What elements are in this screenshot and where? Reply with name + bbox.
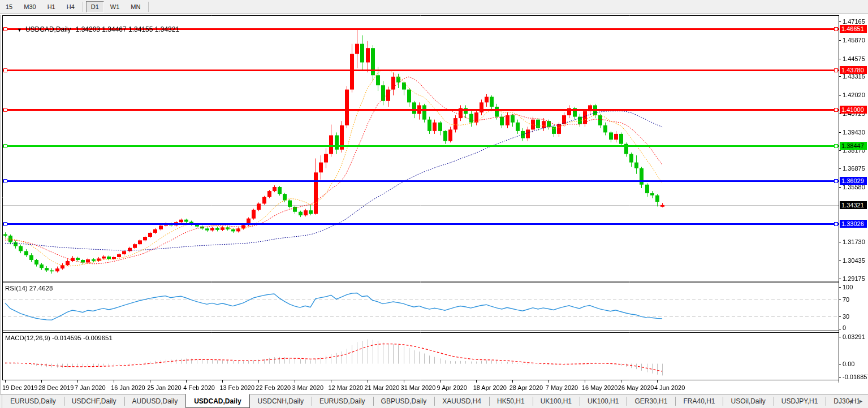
macd-label: MACD(12,26,9) -0.014595 -0.009651: [5, 335, 113, 341]
chart-tab-xauusd-h4[interactable]: XAUUSD,H4: [434, 394, 489, 408]
price-axis-tick: 1.30435: [843, 257, 865, 264]
date-axis-label: 7 Jan 2020: [75, 384, 105, 391]
date-axis-label: 28 Apr 2020: [509, 384, 543, 391]
chart-tab-usdcad-daily[interactable]: USDCAD,Daily: [185, 394, 249, 408]
date-axis-label: 7 May 2020: [546, 384, 578, 391]
date-axis-label: 16 Jan 2020: [111, 384, 145, 391]
price-tag-1.38447: 1.38447: [840, 142, 867, 150]
price-axis-tick: 1.44575: [843, 55, 865, 62]
timeframe-button-m30[interactable]: M30: [19, 1, 41, 12]
scroll-left-icon[interactable]: ◄: [848, 398, 853, 404]
price-axis-tick: 1.36875: [843, 165, 865, 172]
price-tag-1.41000: 1.41000: [840, 106, 867, 114]
price-axis-tick: 1.31730: [843, 238, 865, 245]
date-axis-label: 21 Mar 2020: [365, 384, 400, 391]
rsi-axis-tick: 30: [843, 313, 849, 320]
date-axis-label: 31 Mar 2020: [401, 384, 436, 391]
price-axis-tick: 1.35580: [843, 184, 865, 190]
date-axis-label: 19 Dec 2019: [2, 384, 37, 391]
rsi-axis-tick: 0: [843, 324, 846, 331]
macd-axis-tick: -0.016857: [843, 374, 868, 380]
timeframe-button-h4[interactable]: H4: [62, 1, 80, 12]
rsi-label: RSI(14) 27.4628: [5, 285, 53, 292]
price-tag-1.34321: 1.34321: [840, 201, 867, 209]
price-tag-1.33026: 1.33026: [840, 220, 867, 228]
date-axis-label: 4 Feb 2020: [183, 384, 215, 391]
chart-tab-eurusd-daily[interactable]: EURUSD,Daily: [312, 394, 373, 408]
rsi-axis-tick: 100: [843, 284, 853, 290]
chart-tab-usdchf-daily[interactable]: USDCHF,Daily: [64, 394, 124, 408]
price-axis-tick: 1.29175: [843, 275, 865, 282]
collapse-arrow-icon[interactable]: ▼: [17, 27, 22, 33]
timeframe-toolbar: 15M30H1H4D1W1MN: [0, 0, 868, 14]
mt4-app: 15M30H1H4D1W1MN ▼USDCAD,Daily1.34203 1.3…: [0, 0, 868, 408]
chart-canvas[interactable]: [0, 15, 868, 394]
tab-list: EURUSD,DailyUSDCHF,DailyAUDUSD,DailyUSDC…: [2, 394, 868, 408]
timeframe-button-mn[interactable]: MN: [126, 1, 145, 12]
date-axis-label: 13 Feb 2020: [219, 384, 254, 391]
chart-tab-fra40-h1[interactable]: FRA40,H1: [675, 394, 723, 408]
date-axis-label: 12 Mar 2020: [328, 384, 363, 391]
chart-tab-usdcnh-daily[interactable]: USDCNH,Daily: [250, 394, 312, 408]
timeframe-button-15[interactable]: 15: [1, 1, 18, 12]
date-axis-label: 25 Jan 2020: [147, 384, 182, 391]
price-axis-tick: 1.39430: [843, 129, 865, 136]
chart-tab-eurusd-daily[interactable]: EURUSD,Daily: [2, 394, 64, 408]
scroll-right-icon[interactable]: ►: [858, 398, 863, 404]
date-axis-label: 4 Jun 2020: [654, 384, 685, 391]
chart-symbol-label: USDCAD,Daily: [25, 25, 71, 33]
chart-tab-usoil-daily[interactable]: USOil,Daily: [723, 394, 773, 408]
date-axis-label: 26 May 2020: [618, 384, 654, 391]
price-tag-1.46651: 1.46651: [840, 25, 867, 33]
tab-scroll-arrows: ◄ ►: [848, 394, 866, 408]
chart-tab-gbpusd-daily[interactable]: GBPUSD,Daily: [373, 394, 435, 408]
timeframe-button-w1[interactable]: W1: [105, 1, 125, 12]
price-axis-tick: 1.42020: [843, 92, 865, 98]
date-axis-label: 3 Mar 2020: [292, 384, 323, 391]
chart-tab-hk50-h1[interactable]: HK50,H1: [489, 394, 533, 408]
chart-tab-audusd-daily[interactable]: AUDUSD,Daily: [124, 394, 186, 408]
chart-tab-uk100-h1[interactable]: UK100,H1: [533, 394, 580, 408]
chart-window: ▼USDCAD,Daily1.34203 1.34467 1.34155 1.3…: [0, 15, 868, 394]
price-axis-tick: 1.45870: [843, 37, 865, 44]
toolbar-separator: [148, 2, 149, 12]
chart-ohlc-values: 1.34203 1.34467 1.34155 1.34321: [76, 25, 180, 33]
macd-axis-tick: 0.00: [843, 361, 854, 367]
chart-tab-ger30-h1[interactable]: GER30,H1: [627, 394, 675, 408]
price-axis-tick: 1.43315: [843, 73, 865, 80]
rsi-axis-tick: 70: [843, 296, 849, 303]
chart-tab-bar: EURUSD,DailyUSDCHF,DailyAUDUSD,DailyUSDC…: [0, 394, 868, 408]
price-tag-1.43780: 1.43780: [840, 66, 867, 74]
price-tag-1.36029: 1.36029: [840, 177, 867, 185]
date-axis-label: 22 Feb 2020: [256, 384, 291, 391]
price-axis-tick: 1.47165: [843, 18, 865, 25]
chart-title: ▼USDCAD,Daily1.34203 1.34467 1.34155 1.3…: [6, 18, 179, 41]
date-axis-label: 18 Apr 2020: [473, 384, 507, 391]
macd-axis-tick: 0.03291: [843, 333, 865, 340]
date-axis-label: 9 Apr 2020: [437, 384, 467, 391]
toolbar-separator: [83, 2, 83, 12]
date-axis-label: 16 May 2020: [582, 384, 618, 391]
timeframe-button-d1[interactable]: D1: [86, 1, 104, 12]
date-axis-label: 28 Dec 2019: [38, 384, 74, 391]
chart-tab-usdjpy-h1[interactable]: USDJPY,H1: [774, 394, 826, 408]
chart-tab-uk100-h1[interactable]: UK100,H1: [580, 394, 627, 408]
timeframe-button-h1[interactable]: H1: [42, 1, 61, 12]
